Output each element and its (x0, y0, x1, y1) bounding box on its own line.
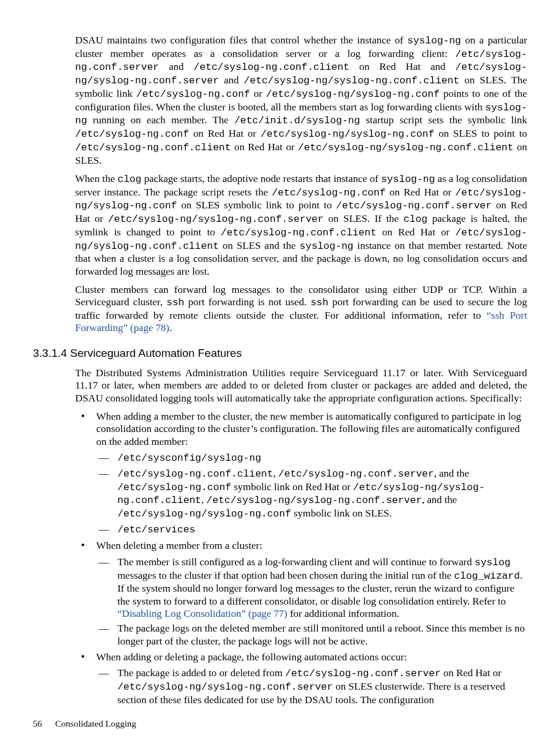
code-syslog-ng: syslog-ng (407, 35, 461, 46)
dash-item: The package logs on the deleted member a… (96, 622, 527, 647)
code-path: /etc/syslog-ng.conf (75, 129, 189, 140)
code-syslog: syslog (474, 557, 510, 568)
dash-item: /etc/sysconfig/syslog-ng (96, 451, 527, 465)
code-path: /etc/syslog-ng.conf.client (75, 142, 231, 153)
code-path: /etc/ (136, 89, 166, 100)
code-clog: clog (403, 214, 427, 225)
code-syslog-ng: syslog-ng (381, 174, 435, 185)
code-path: /etc/syslog-ng.conf.server (278, 468, 434, 480)
code-ssh: ssh (166, 297, 184, 308)
code-path: /etc/ (117, 482, 147, 493)
dash-item: The member is still configured as a log-… (96, 556, 527, 620)
code-ssh: ssh (311, 297, 329, 308)
code-syslog-ng: syslog-ng (299, 241, 353, 252)
dash-list: The package is added to or deleted from … (96, 667, 527, 706)
page: DSAU maintains two configuration files t… (0, 0, 560, 746)
dash-list: /etc/sysconfig/syslog-ng /etc/syslog-ng.… (96, 451, 527, 536)
code-path: /etc/syslog-ng/syslog-ng.conf.client (298, 142, 513, 153)
code-path: /etc/syslog-ng.conf.server (336, 200, 492, 211)
section-heading-3-3-1-4: 3.3.1.4 Serviceguard Automation Features (33, 346, 527, 360)
page-footer: 56 Consolidated Logging (33, 718, 136, 730)
dash-item: /etc/services (96, 523, 527, 536)
code-path: syslog-ng.conf (147, 482, 231, 493)
bullet-list: When adding a member to the cluster, the… (75, 410, 527, 706)
paragraph-1: DSAU maintains two configuration files t… (75, 34, 527, 167)
footer-title: Consolidated Logging (55, 718, 136, 728)
bullet-item-adding-deleting-package: When adding or deleting a package, the f… (75, 651, 527, 706)
code-path: /etc/syslog-ng.conf.client (117, 468, 273, 480)
code-path: /etc/services (117, 524, 195, 535)
page-number: 56 (33, 718, 53, 730)
link-disabling-log-consolidation[interactable]: “Disabling Log Consolidation” (page 77) (117, 607, 288, 619)
code-path: /etc/sysconfig/syslog-ng (117, 453, 261, 464)
code-path: /etc/syslog-ng.conf.client (221, 227, 376, 238)
code-path: /etc/syslog-ng/syslog-ng.conf (261, 129, 434, 140)
paragraph-3: Cluster members can forward log messages… (75, 283, 527, 335)
dash-list: The member is still configured as a log-… (96, 556, 527, 647)
code-path: /etc/syslog-ng/syslog-ng.conf (266, 89, 440, 100)
code-path: /etc/syslog-ng/ (353, 482, 443, 493)
code-clog-wizard: clog_wizard (454, 571, 519, 582)
code-path: /etc/syslog-ng.conf.client (194, 62, 349, 73)
code-path: /etc/syslog-ng/syslog-ng.conf (117, 508, 291, 519)
paragraph-4: The Distributed Systems Administration U… (75, 367, 527, 404)
paragraph-2: When the clog package starts, the adopti… (75, 173, 527, 278)
code-path: /etc/syslog-ng/syslog-ng.conf.server (117, 681, 333, 693)
bullet-item-deleting-member: When deleting a member from a cluster: T… (75, 539, 527, 647)
code-path: /etc/init.d/syslog-ng (234, 115, 360, 126)
code-path: /etc/syslog-ng/syslog-ng.conf.server (207, 495, 422, 506)
code-path: /etc/syslog-ng/syslog-ng.conf.server (108, 214, 323, 225)
dash-item: The package is added to or deleted from … (96, 667, 527, 706)
code-path: syslog-ng.conf (166, 89, 250, 100)
code-path: /etc/syslog-ng/syslog-ng.conf.client (244, 75, 459, 86)
body-text-block-2: The Distributed Systems Administration U… (75, 367, 527, 706)
code-clog: clog (117, 174, 141, 185)
bullet-item-adding-member: When adding a member to the cluster, the… (75, 410, 527, 536)
dash-item: /etc/syslog-ng.conf.client, /etc/syslog-… (96, 467, 527, 521)
body-text-block: DSAU maintains two configuration files t… (75, 34, 527, 335)
code-path: /etc/syslog-ng.conf.server (285, 668, 441, 679)
code-path: /etc/syslog-ng.conf (272, 187, 386, 198)
